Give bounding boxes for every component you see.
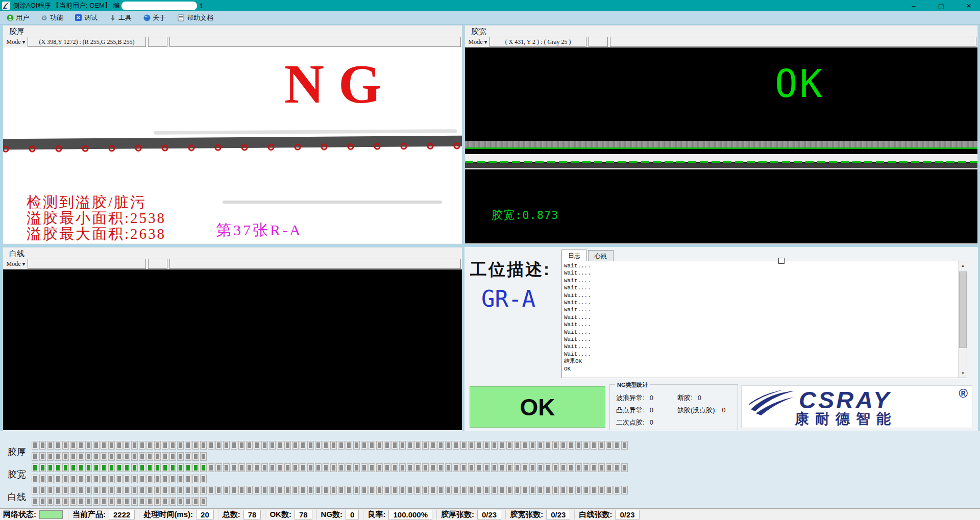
glue-thickness-toolbar: Mode ▾ (X 398,Y 1272) : (R 255,G 255,B 2… [3,36,462,47]
station-description-value: GR-A [481,286,535,312]
progress-cell [369,486,375,494]
menu-item-help-docs[interactable]: 帮助文档 [174,12,217,23]
log-line: Wait.... [564,314,957,321]
toolbar-field-small [148,259,167,269]
mode-dropdown[interactable]: Mode ▾ [4,37,28,47]
progress-cell [32,452,38,461]
progress-cell [231,441,237,450]
progress-cell [47,497,54,506]
progress-cell [101,463,107,472]
menu-item-debug[interactable]: ✕ 调试 [71,12,102,23]
progress-cell [407,463,413,472]
progress-cell [78,475,84,483]
close-button[interactable]: ✕ [962,2,976,10]
maximize-button[interactable]: ▢ [934,2,948,10]
progress-row [32,463,629,472]
tools-icon [109,14,116,21]
progress-cell [101,441,107,450]
progress-cell [47,486,54,494]
progress-cell [169,497,176,506]
progress-cell [124,452,130,461]
progress-cell [55,486,61,494]
pixel-coordinate-readout [28,259,146,269]
glue-width-measurement: 胶宽:0.873 [492,208,558,223]
progress-cell [101,452,107,461]
progress-cell [55,441,61,450]
progress-cell [537,486,544,494]
progress-cell [70,497,77,506]
statusbar-label: NG数: [321,510,343,519]
progress-cell [146,452,153,461]
progress-cell [422,463,429,472]
title-redaction [121,2,197,10]
ng-stat-row: 凸点异常:0 [616,404,657,416]
toolbar-field-long [169,259,461,269]
panel-title: 白线 [3,247,462,258]
progress-cell [154,486,161,494]
glue-edge-stripe [3,136,462,150]
menu-item-label: 用户 [16,13,29,22]
scroll-down-icon[interactable]: ▼ [959,369,967,378]
progress-cell [284,486,291,494]
progress-cell [70,475,77,483]
menu-item-user[interactable]: 用户 [3,12,33,23]
statusbar-value: 20 [196,510,214,519]
progress-cell [139,463,145,472]
minimize-button[interactable]: – [906,2,921,10]
progress-cell [430,486,436,494]
scrollbar-thumb[interactable] [959,271,967,348]
defect-line: 溢胶最小面积:2538 [27,210,166,226]
progress-cell [177,452,184,461]
progress-cell [591,463,597,472]
menu-item-about[interactable]: 关于 [140,12,170,23]
log-scrollbar[interactable]: ▲ ▼ [958,261,967,378]
progress-cell [476,486,482,494]
progress-cell [62,497,69,506]
progress-cell [391,463,398,472]
progress-cell [453,486,459,494]
progress-cell [146,497,153,506]
progress-cell [116,463,122,472]
progress-cell [315,441,322,450]
progress-cell [269,441,276,450]
white-line-image[interactable] [3,269,462,430]
glue-width-toolbar: Mode ▾ ( X 431, Y 2 ) : ( Gray 25 ) [465,36,977,47]
menu-item-functions[interactable]: ⚙ 功能 [37,12,67,23]
log-line: Wait.... [564,329,957,336]
progress-cell [131,463,138,472]
progress-cell [384,463,390,472]
progress-cell [177,497,184,506]
mode-dropdown[interactable]: Mode ▾ [4,259,28,269]
progress-cell [78,486,84,494]
menu-item-tools[interactable]: 工具 [106,12,136,23]
log-line: Wait.... [564,336,957,343]
log-list[interactable]: Wait....Wait....Wait....Wait....Wait....… [561,261,967,378]
tab-heartbeat[interactable]: 心跳 [588,250,614,261]
log-line: 结果OK [564,358,957,365]
glue-thickness-image[interactable]: NG 检测到溢胶/脏污 溢胶最小面积:2538 溢胶最大面积:2638 第37张… [3,47,462,243]
network-status-indicator [39,510,63,519]
glue-width-image[interactable]: OK 胶宽:0.873 [465,47,977,243]
progress-cell [315,486,322,494]
title-bar: 侧涂AOI程序 【当前用户: OEM】 编 1 – ▢ ✕ [0,0,980,11]
panel-title: 胶厚 [3,26,462,36]
progress-cell [606,441,612,450]
tab-log[interactable]: 日志 [561,250,587,261]
progress-cell [598,441,605,450]
progress-cell [407,441,413,450]
white-line-panel: 白线 Mode ▾ [3,247,462,431]
progress-groups: 胶厚胶宽白线 [0,441,980,508]
progress-cell [583,441,590,450]
progress-cell [162,452,168,461]
app-window: 侧涂AOI程序 【当前用户: OEM】 编 1 – ▢ ✕ 用户 ⚙ 功能 ✕ … [0,0,980,520]
progress-cell [169,452,176,461]
scroll-up-icon[interactable]: ▲ [959,261,967,270]
log-checkbox[interactable] [778,258,785,264]
progress-cell [277,486,283,494]
progress-cell [93,486,100,494]
defect-line: 溢胶最大面积:2638 [27,226,166,242]
mode-dropdown[interactable]: Mode ▾ [466,37,489,47]
progress-cell [208,441,214,450]
network-status-label: 网络状态: [3,510,36,519]
ng-statistics-title: NG类型统计 [615,381,650,389]
